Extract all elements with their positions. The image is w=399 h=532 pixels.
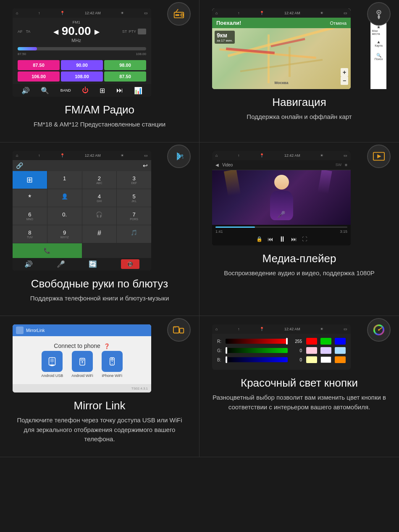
nav-home-icon: ⌂ [215, 11, 218, 15]
navigation-icon [373, 8, 385, 20]
preset-2[interactable]: 90.00 [61, 60, 103, 70]
bt-hangup-btn[interactable]: 📵 [121, 259, 139, 269]
preset-4[interactable]: 106.00 [18, 71, 60, 82]
nav-cancel-btn[interactable]: Отмена [330, 21, 346, 26]
video-prev-btn[interactable]: ⏮ [268, 236, 273, 242]
bt-contacts-btn[interactable]: ⊞ [13, 171, 47, 189]
color-b-swatch1 [306, 356, 317, 363]
zoom-in-btn[interactable]: + [341, 68, 348, 76]
mirror-help-icon[interactable]: ❓ [104, 343, 110, 349]
zoom-out-btn[interactable]: − [341, 76, 348, 85]
video-time: 12:42 AM [284, 153, 300, 158]
skip-icon[interactable]: ⏭ [116, 87, 123, 94]
video-options-icon[interactable]: ≡ [345, 163, 347, 167]
bt-top-bar: ⌂ ↑ 📍 12:42 AM ☀ ▭ [13, 151, 151, 160]
bt-key-7[interactable]: 7PORS [117, 207, 151, 225]
radio-brightness-icon: ☀ [121, 11, 124, 15]
bt-key-9[interactable]: 9WXYZ [47, 225, 82, 243]
stage-light-2 [318, 170, 332, 194]
radio-slider-fill [18, 47, 37, 50]
radio-presets[interactable]: 87.50 90.00 98.00 106.00 108.00 87.50 [13, 58, 151, 84]
radio-unit: MHz [62, 38, 91, 43]
preset-6[interactable]: 87.50 [104, 71, 146, 82]
video-play-btn[interactable]: ⏸ [278, 235, 286, 244]
bt-key-8[interactable]: 8TUV [13, 225, 47, 243]
nav-start-btn[interactable]: Поехали! [216, 20, 241, 26]
radio-top-bar: ⌂ ↑ 📍 12:42 AM ☀ ▭ [13, 8, 151, 18]
mirror-feature-title: Mirror Link [74, 399, 126, 412]
bt-key-2[interactable]: 2ABC [82, 171, 117, 189]
mirror-android-usb[interactable]: Android USB [41, 351, 63, 378]
video-screen-container: ⌂ ↑ 📍 12:42 AM ☀ ▭ ◀ Video SW ≡ [212, 151, 386, 245]
bt-key-hash[interactable]: # [82, 225, 117, 243]
bt-key-4[interactable]: 4GHI [82, 189, 117, 207]
bt-home-icon: ⌂ [16, 153, 18, 158]
prev-btn[interactable]: ◀ [53, 28, 58, 36]
grid-icon[interactable]: ⊞ [100, 87, 105, 95]
preset-1[interactable]: 87.50 [18, 60, 60, 70]
svg-point-19 [82, 361, 83, 362]
eq-icon[interactable]: 📊 [134, 87, 142, 95]
bt-key-3[interactable]: 3DEF [117, 171, 151, 189]
bt-key-star[interactable]: * [13, 189, 47, 207]
bt-call-btn[interactable]: 📞 [13, 243, 82, 258]
next-btn[interactable]: ▶ [94, 28, 100, 36]
bt-mic-icon[interactable]: 🎤 [57, 260, 65, 268]
video-controls: 1:41 3:15 🔒 ⏮ ⏸ ⏭ ⛶ [212, 225, 351, 245]
search-icon[interactable]: 🔍 [41, 87, 49, 95]
bt-toolbar: 🔗 ↩ [13, 160, 151, 171]
color-screen-container: ⌂ ↑ 📍 12:42 AM ☀ ▭ R: 255 [212, 324, 386, 370]
nav-map: 9км за 17 мин. Москва + − [212, 28, 351, 89]
android-usb-label: Android USB [41, 374, 63, 378]
color-r-slider[interactable] [226, 339, 288, 344]
band-btn[interactable]: BAND [60, 88, 71, 92]
radio-desc: FM*18 & AM*12 Предустановленные станции [34, 120, 165, 129]
color-screen: ⌂ ↑ 📍 12:42 AM ☀ ▭ R: 255 [212, 324, 351, 370]
video-lock-icon[interactable]: 🔒 [256, 236, 262, 242]
bt-key-0dot[interactable]: 0. [47, 207, 82, 225]
bt-repeat-icon[interactable]: 🔄 [89, 260, 97, 268]
radio-screen-container: ⌂ ↑ 📍 12:42 AM ☀ ▭ AF TA ◀ [13, 8, 186, 97]
nav-title: Навигация [272, 96, 326, 109]
bt-key-6[interactable]: 6MNO [13, 207, 47, 225]
color-b-value: 0 [290, 358, 302, 362]
svg-point-5 [378, 11, 380, 13]
preset-5[interactable]: 108.00 [61, 71, 103, 82]
svg-point-25 [378, 329, 380, 331]
radio-controls: AF TA ◀ FM1 90.00 MHz [13, 18, 151, 45]
radio-signal-icon: ↑ [38, 11, 40, 15]
bt-key-1[interactable]: 1 [47, 171, 82, 189]
bt-vol-icon[interactable]: 🔊 [24, 260, 33, 268]
video-back-icon[interactable]: ◀ [215, 163, 219, 167]
video-next-btn[interactable]: ⏭ [291, 236, 297, 242]
nav-distance: 9км за 17 мин. [215, 31, 235, 44]
color-row-b: B: 0 [217, 356, 346, 363]
video-battery-icon: ▭ [344, 153, 347, 158]
svg-point-21 [112, 363, 113, 364]
video-progress-track[interactable] [215, 226, 347, 228]
nav-desc: Поддержка онлайн и оффлайн карт [247, 112, 352, 122]
preset-3[interactable]: 98.00 [104, 60, 146, 70]
video-fullscreen-btn[interactable]: ⛶ [302, 236, 307, 242]
bluetooth-icon [173, 150, 185, 163]
mic-decoration: 🎤 [277, 211, 286, 219]
volume-icon[interactable]: 🔊 [21, 87, 30, 95]
power-icon[interactable]: ⏻ [82, 87, 89, 94]
color-wheel-icon [373, 324, 385, 336]
mirror-iphone-wifi[interactable]: iPhone WiFi [102, 351, 123, 378]
video-content: 🎤 [212, 170, 351, 225]
color-b-slider[interactable] [226, 357, 288, 362]
mirror-android-wifi[interactable]: Android WiFi [71, 351, 93, 378]
media-desc: Воспроизведение аудио и видео, поддержка… [224, 269, 375, 278]
color-g-slider[interactable] [226, 348, 288, 353]
video-sw-label: SW [336, 163, 342, 167]
svg-point-7 [182, 157, 184, 158]
video-top-bar: ⌂ ↑ 📍 12:42 AM ☀ ▭ [212, 151, 351, 160]
video-screen: ⌂ ↑ 📍 12:42 AM ☀ ▭ ◀ Video SW ≡ [212, 151, 351, 245]
mirror-app-label: MirrorLink [26, 328, 45, 333]
bt-key-5[interactable]: 5JKL [117, 189, 151, 207]
bt-back-icon[interactable]: ↩ [143, 162, 148, 169]
radio-slider-area: 87.50 108.00 [13, 45, 151, 58]
nav-time: 12:42 AM [284, 11, 300, 15]
radio-slider-track[interactable] [18, 47, 146, 50]
